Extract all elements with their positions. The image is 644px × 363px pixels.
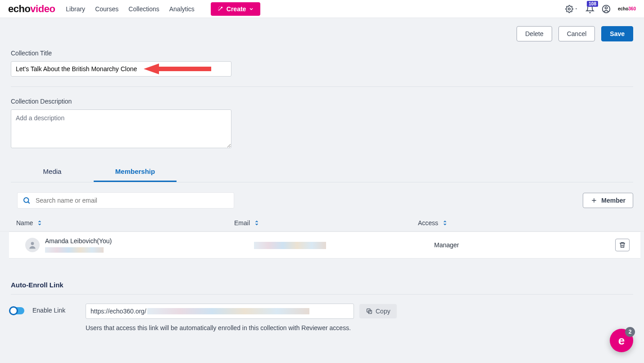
- sort-icon[interactable]: [36, 220, 43, 226]
- chat-fab[interactable]: e 2: [610, 329, 633, 349]
- col-access-label: Access: [418, 219, 438, 227]
- svg-point-5: [31, 242, 34, 245]
- brand-logo[interactable]: echovideo: [8, 3, 55, 15]
- col-email-label: Email: [234, 219, 250, 227]
- collection-description-input[interactable]: [11, 109, 231, 148]
- create-button-label: Create: [227, 5, 246, 13]
- chevron-down-icon: [249, 6, 254, 12]
- chat-fab-icon: e: [618, 334, 625, 348]
- sort-icon[interactable]: [254, 220, 260, 226]
- page-actions: Delete Cancel Save: [0, 18, 644, 50]
- trash-icon: [619, 241, 626, 249]
- wand-icon: [217, 5, 224, 12]
- chat-fab-badge: 2: [625, 327, 635, 337]
- account-button[interactable]: [602, 5, 611, 14]
- nav-analytics[interactable]: Analytics: [169, 5, 195, 13]
- cancel-button[interactable]: Cancel: [558, 26, 595, 41]
- svg-point-0: [568, 8, 571, 10]
- member-name: Amanda Leibovich(You): [45, 237, 254, 245]
- remove-member-button[interactable]: [615, 239, 630, 251]
- col-name-label: Name: [16, 219, 33, 227]
- enable-link-label: Enable Link: [32, 307, 77, 314]
- avatar: [25, 238, 40, 252]
- tabs: Media Membership: [11, 162, 633, 182]
- member-search-input[interactable]: [17, 192, 234, 209]
- member-row: Amanda Leibovich(You) Manager: [9, 231, 640, 259]
- brand-small: echo360: [618, 6, 636, 11]
- nav-right: 108 echo360: [565, 5, 636, 14]
- redacted-text: [45, 247, 104, 253]
- redacted-text: [254, 242, 326, 249]
- add-member-button[interactable]: Member: [583, 193, 633, 208]
- delete-button[interactable]: Delete: [517, 26, 552, 41]
- nav-collections[interactable]: Collections: [128, 5, 159, 13]
- page-body: Delete Cancel Save Collection Title Coll…: [0, 18, 644, 349]
- svg-point-2: [605, 7, 607, 9]
- copy-link-button[interactable]: Copy: [359, 304, 397, 318]
- search-icon: [23, 196, 31, 204]
- nav-courses[interactable]: Courses: [95, 5, 118, 13]
- nav-links: Library Courses Collections Analytics Cr…: [66, 2, 260, 16]
- create-button[interactable]: Create: [211, 2, 261, 16]
- auto-enroll-link-input[interactable]: https://echo360.org/: [86, 304, 354, 319]
- member-table-header: Name Email Access: [0, 215, 644, 231]
- svg-point-4: [24, 198, 29, 203]
- nav-library[interactable]: Library: [66, 5, 85, 13]
- notifications-button[interactable]: 108: [585, 5, 594, 14]
- redacted-text: [147, 308, 309, 314]
- tab-membership[interactable]: Membership: [94, 162, 177, 182]
- tab-media[interactable]: Media: [11, 162, 94, 182]
- enable-link-toggle[interactable]: [11, 307, 24, 314]
- link-prefix: https://echo360.org: [91, 308, 145, 315]
- top-nav: echovideo Library Courses Collections An…: [0, 0, 644, 18]
- notif-badge: 108: [587, 1, 598, 7]
- add-member-label: Member: [601, 197, 626, 204]
- title-label: Collection Title: [11, 50, 633, 57]
- settings-button[interactable]: [565, 5, 578, 13]
- member-access: Manager: [434, 241, 459, 249]
- caret-down-icon: [574, 7, 578, 11]
- copy-label: Copy: [376, 308, 390, 315]
- user-circle-icon: [602, 5, 611, 14]
- collection-title-input[interactable]: [11, 61, 231, 77]
- auto-enroll-help: Users that access this link will be auto…: [86, 324, 401, 331]
- gear-icon: [565, 5, 573, 13]
- auto-enroll-section: Auto-Enroll Link Enable Link https://ech…: [0, 281, 644, 331]
- description-label: Collection Description: [11, 98, 633, 105]
- divider: [11, 86, 633, 87]
- auto-enroll-heading: Auto-Enroll Link: [11, 281, 633, 295]
- copy-icon: [366, 308, 373, 315]
- sort-icon[interactable]: [442, 220, 448, 226]
- plus-icon: [590, 197, 598, 204]
- membership-toolbar: Member: [0, 182, 644, 215]
- save-button[interactable]: Save: [601, 26, 633, 41]
